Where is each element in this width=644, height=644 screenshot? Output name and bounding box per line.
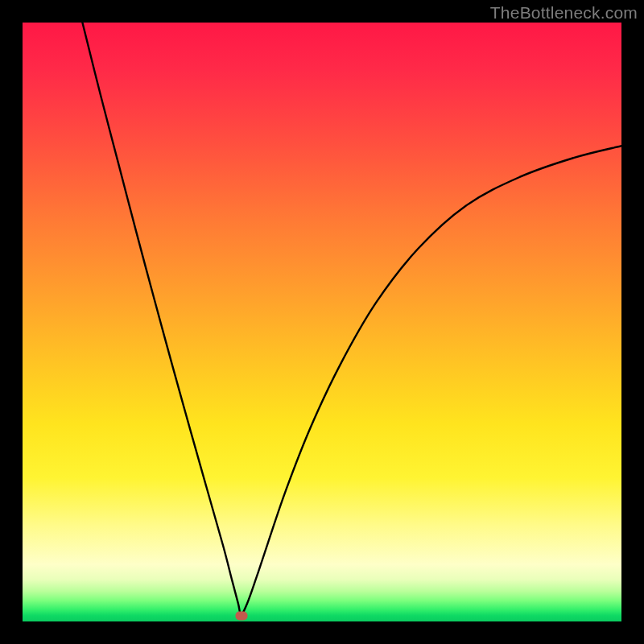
chart-plot-area — [23, 23, 621, 621]
watermark-text: TheBottleneck.com — [490, 3, 638, 23]
optimal-point-marker — [235, 611, 247, 620]
bottleneck-curve — [23, 23, 621, 621]
chart-frame: TheBottleneck.com — [0, 0, 644, 644]
